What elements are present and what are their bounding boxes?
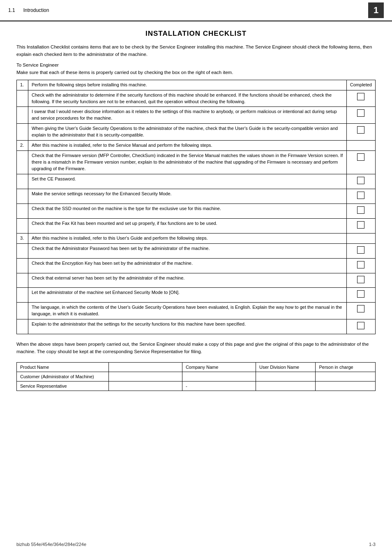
table-row: Check with the administrator to determin… [17, 90, 376, 107]
check-cell [346, 124, 375, 141]
step-desc: Check that the Encryption Key has been s… [28, 258, 347, 273]
step-empty [17, 204, 28, 218]
checkbox [357, 177, 364, 184]
chapter-box: 1 [368, 2, 384, 18]
table-row: Check that the Fax Kit has been mounted … [17, 218, 376, 233]
table-row: Check that the Administrator Password ha… [17, 243, 376, 258]
checkbox [357, 126, 364, 134]
step-empty [17, 107, 28, 124]
checkbox [357, 322, 364, 329]
row1-col2-value [182, 372, 256, 381]
step-empty [17, 273, 28, 288]
checkbox [357, 276, 364, 283]
table-row: Check that the Encryption Key has been s… [17, 258, 376, 273]
step-num: 2. [17, 141, 28, 151]
step-empty [17, 189, 28, 204]
table-row: Make the service settings necessary for … [17, 189, 376, 204]
row1-label: Customer (Administrator of Machine) [17, 372, 109, 381]
table-row: I swear that I would never disclose info… [17, 107, 376, 124]
step-desc: Make the service settings necessary for … [28, 189, 347, 204]
checkbox [357, 290, 364, 298]
footer-model: bizhub 554e/454e/364e/284e/224e [16, 542, 86, 547]
checkbox [357, 261, 364, 268]
col3-header: User Division Name [256, 362, 316, 372]
step-desc: After this machine is installed, refer t… [28, 233, 347, 243]
step-desc: Check that the Firmware version (MFP Con… [28, 151, 347, 174]
main-content: INSTALLATION CHECKLIST This Installation… [0, 30, 392, 420]
step-empty [17, 288, 28, 303]
header-section: 1.1 Introduction [8, 7, 49, 13]
checkbox [357, 192, 364, 199]
checkbox [357, 221, 364, 229]
row2-col2-value: - [182, 381, 256, 391]
table-row: Explain to the administrator that the se… [17, 319, 376, 334]
check-cell [346, 189, 375, 204]
step-empty [17, 319, 28, 334]
step-num: 1. [17, 80, 28, 90]
step-desc: Check with the administrator to determin… [28, 90, 347, 107]
check-cell [346, 174, 375, 189]
page-container: 1.1 Introduction 1 INSTALLATION CHECKLIS… [0, 0, 392, 555]
step-desc: Check that external server has been set … [28, 273, 347, 288]
to-engineer: To Service Engineer [16, 62, 376, 67]
row2-col1-value [108, 381, 182, 391]
col1-value [108, 362, 182, 372]
step-desc: After this machine is installed, refer t… [28, 141, 347, 151]
checklist-table: 1. Perform the following steps before in… [16, 80, 376, 335]
step-empty [17, 218, 28, 233]
check-cell [346, 303, 375, 319]
check-cell [346, 243, 375, 258]
step-desc: Check that the Administrator Password ha… [28, 243, 347, 258]
step-desc: When giving the User's Guide Security Op… [28, 124, 347, 141]
step-empty [17, 90, 28, 107]
footer-page-num: 1-3 [369, 542, 376, 547]
checkbox [357, 305, 364, 312]
checkbox [357, 93, 364, 100]
checkbox [357, 153, 364, 161]
table-row: 2. After this machine is installed, refe… [17, 141, 376, 151]
table-row: Check that the SSD mounted on the machin… [17, 204, 376, 218]
row2-col3-value [256, 381, 316, 391]
step-empty [17, 303, 28, 319]
row1-col3-value [256, 372, 316, 381]
step-desc: The language, in which the contents of t… [28, 303, 347, 319]
check-cell [346, 107, 375, 124]
check-cell [346, 218, 375, 233]
step-empty [17, 258, 28, 273]
section-title: Introduction [23, 7, 49, 13]
check-cell [346, 90, 375, 107]
check-cell [346, 233, 375, 243]
step-desc: Let the administrator of the machine set… [28, 288, 347, 303]
completed-header: Completed [346, 80, 375, 90]
row2-col4-value [316, 381, 376, 391]
section-number: 1.1 [8, 7, 15, 13]
step-empty [17, 124, 28, 141]
col4-header: Person in charge [316, 362, 376, 372]
table-row: Let the administrator of the machine set… [17, 288, 376, 303]
page-header: 1.1 Introduction 1 [0, 0, 392, 21]
step-empty [17, 174, 28, 189]
check-cell [346, 273, 375, 288]
col1-header: Product Name [17, 362, 109, 372]
step-desc: Explain to the administrator that the se… [28, 319, 347, 334]
col2-header: Company Name [182, 362, 256, 372]
step-empty [17, 151, 28, 174]
checkbox [357, 109, 364, 117]
table-row: When giving the User's Guide Security Op… [17, 124, 376, 141]
table-row: Check that external server has been set … [17, 273, 376, 288]
table-row: Check that the Firmware version (MFP Con… [17, 151, 376, 174]
info-table-row: Service Representative - [17, 381, 376, 391]
check-cell [346, 151, 375, 174]
info-table-row: Customer (Administrator of Machine) [17, 372, 376, 381]
step-desc: Check that the SSD mounted on the machin… [28, 204, 347, 218]
footer-text: When the above steps have been properly … [16, 341, 376, 356]
make-sure: Make sure that each of these items is pr… [16, 70, 376, 75]
check-cell [346, 141, 375, 151]
info-table: Product Name Company Name User Division … [16, 362, 376, 391]
step-empty [17, 243, 28, 258]
check-cell [346, 288, 375, 303]
check-cell [346, 319, 375, 334]
table-row: The language, in which the contents of t… [17, 303, 376, 319]
intro-p1: This Installation Checklist contains ite… [16, 44, 376, 58]
table-row: Set the CE Password. [17, 174, 376, 189]
